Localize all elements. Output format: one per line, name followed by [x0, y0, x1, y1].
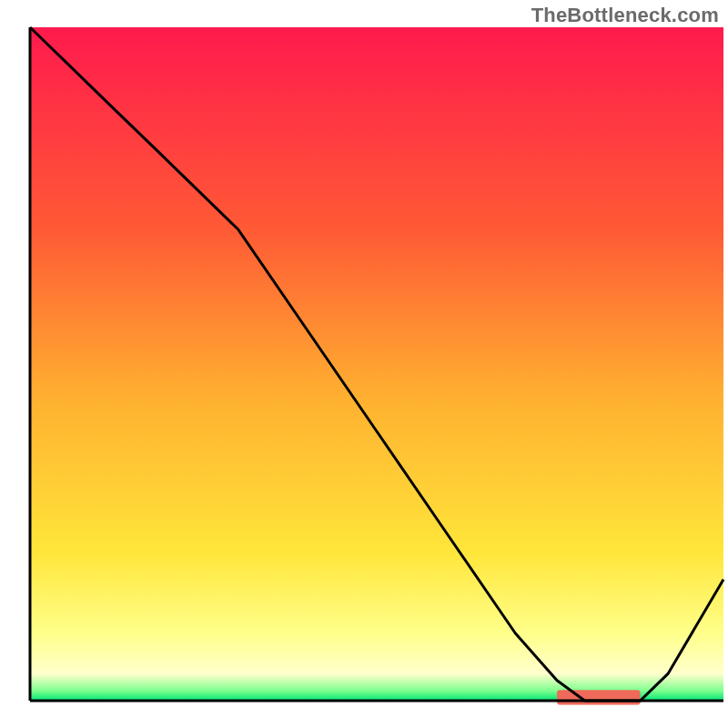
bottleneck-chart	[0, 0, 728, 728]
optimal-range-marker	[557, 690, 640, 704]
chart-container: TheBottleneck.com	[0, 0, 728, 728]
